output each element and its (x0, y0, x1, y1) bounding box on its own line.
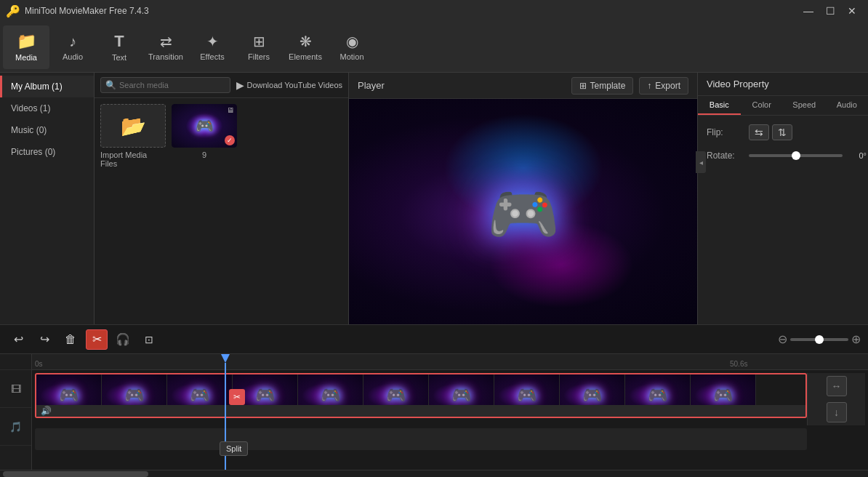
toolbar-item-elements[interactable]: ❋ Elements (282, 25, 329, 69)
motion-icon: ◉ (346, 33, 358, 50)
player-title: Player (358, 80, 385, 91)
split-scissors-icon: ✂ (229, 389, 245, 405)
frame-gamepad-7: 🎮 (451, 386, 471, 405)
prop-tab-basic[interactable]: Basic (698, 96, 741, 115)
gamepad-thumb-icon: 🎮 (196, 117, 214, 135)
elements-icon: ❋ (300, 33, 312, 50)
rotate-value: 0° (848, 151, 867, 160)
prop-tab-color[interactable]: Color (741, 96, 784, 115)
media-content: 🔍 ▶ Download YouTube Videos 📂 Import (95, 73, 348, 361)
sidebar-item-pictures[interactable]: Pictures (0) (0, 141, 94, 163)
search-input[interactable] (119, 81, 225, 89)
audio-track (35, 428, 807, 450)
flip-horizontal-button[interactable]: ⇆ (749, 124, 769, 140)
flip-buttons: ⇆ ⇅ (749, 124, 792, 140)
frame-gamepad-6: 🎮 (386, 386, 406, 405)
prop-tab-audio[interactable]: Audio (826, 96, 869, 115)
export-label: Export (655, 81, 680, 91)
frame-gamepad-8: 🎮 (517, 386, 537, 405)
sidebar-item-music[interactable]: Music (0) (0, 119, 94, 141)
video-clip[interactable]: 🎮 🎮 🎮 🎮 🎮 🎮 🎮 🎮 🎮 🎮 🎮 🔊 (35, 373, 807, 418)
delete-button[interactable]: 🗑 (60, 329, 81, 350)
download-yt-label: Download YouTube Videos (247, 81, 343, 89)
import-media-tile[interactable]: 📂 Import Media Files (100, 104, 166, 168)
toolbar-filters-label: Filters (248, 52, 270, 61)
scrollbar-thumb[interactable] (3, 471, 148, 477)
timeline-section: ↩ ↪ 🗑 ✂ 🎧 ⊡ ⊖ ⊕ 🎞 🎵 0s 50.6s (0, 324, 868, 477)
toolbar-item-media[interactable]: 📁 Media (3, 25, 49, 69)
property-panel-collapse[interactable]: ◂ (696, 151, 706, 173)
track-replace-button[interactable]: ↔ (827, 376, 847, 396)
split-tooltip-container: Split (220, 438, 248, 456)
toolbar-item-text[interactable]: T Text (96, 25, 142, 69)
redo-button[interactable]: ↪ (33, 329, 55, 350)
flip-label: Flip: (707, 127, 743, 137)
rotate-row: Rotate: 0° (707, 151, 859, 161)
export-button[interactable]: ↑ Export (639, 77, 688, 95)
timeline-main: 0s 50.6s 🎮 🎮 🎮 🎮 🎮 � (32, 354, 868, 470)
flip-row: Flip: ⇆ ⇅ (707, 124, 859, 140)
rotate-slider[interactable] (749, 154, 843, 157)
sidebar: My Album (1) Videos (1) Music (0) Pictur… (0, 73, 95, 361)
toolbar-elements-label: Elements (289, 52, 322, 61)
media-icon: 📁 (17, 32, 36, 51)
download-youtube-button[interactable]: ▶ Download YouTube Videos (236, 79, 343, 91)
right-panel: Video Property Basic Color Speed Audio F… (698, 73, 868, 361)
zoom-minus-icon: ⊖ (778, 332, 787, 346)
sidebar-item-videos[interactable]: Videos (1) (0, 97, 94, 119)
property-content: Flip: ⇆ ⇅ Rotate: 0° (698, 116, 868, 334)
track-labels: 🎞 🎵 (0, 354, 32, 470)
toolbar-item-transition[interactable]: ⇄ Transition (142, 25, 189, 69)
split-button[interactable]: ✂ (86, 329, 108, 350)
toolbar: 📁 Media ♪ Audio T Text ⇄ Transition ✦ Ef… (0, 22, 868, 73)
search-input-wrap[interactable]: 🔍 (100, 77, 230, 93)
prop-tab-speed[interactable]: Speed (783, 96, 826, 115)
undo-button[interactable]: ↩ (7, 329, 29, 350)
horizontal-scrollbar[interactable] (0, 470, 868, 477)
export-icon: ↑ (647, 81, 651, 91)
audio-track-side (807, 425, 865, 457)
titlebar-left: 🔑 MiniTool MovieMaker Free 7.4.3 (6, 4, 149, 18)
sidebar-my-album-label: My Album (1) (11, 81, 63, 92)
video-container: 🎮 (349, 99, 697, 330)
rotate-controls: 0° (749, 151, 867, 160)
media-grid: 📂 Import Media Files 🖥 🎮 ✓ (95, 98, 348, 174)
toolbar-item-effects[interactable]: ✦ Effects (189, 25, 236, 69)
sidebar-item-my-album[interactable]: My Album (1) (0, 76, 94, 97)
maximize-button[interactable]: ☐ (820, 4, 840, 18)
audio-track-label: 🎵 (0, 408, 31, 446)
toolbar-text-label: Text (112, 53, 126, 62)
video-track-icon: 🎞 (11, 383, 21, 395)
toolbar-media-label: Media (15, 53, 37, 62)
frame-gamepad-11: 🎮 (713, 386, 733, 405)
template-button[interactable]: ⊞ Template (571, 77, 634, 95)
sidebar-pictures-label: Pictures (0) (11, 147, 55, 157)
flip-vertical-button[interactable]: ⇅ (772, 124, 792, 140)
template-label: Template (590, 81, 626, 91)
monitor-icon: 🖥 (227, 106, 234, 114)
video-thumb-label: 9 (202, 151, 206, 159)
import-media-inner[interactable]: 📂 (100, 104, 166, 148)
track-audio-icon: 🔊 (41, 406, 52, 416)
zoom-slider[interactable] (790, 338, 848, 341)
rotate-label: Rotate: (707, 151, 743, 161)
media-section: My Album (1) Videos (1) Music (0) Pictur… (0, 73, 348, 361)
audio-detach-button[interactable]: 🎧 (112, 329, 134, 350)
close-button[interactable]: ✕ (842, 4, 862, 18)
video-thumb-inner[interactable]: 🖥 🎮 ✓ (172, 104, 237, 148)
split-indicator: ✂ (229, 374, 245, 405)
minimize-button[interactable]: — (798, 4, 819, 18)
toolbar-item-motion[interactable]: ◉ Motion (329, 25, 375, 69)
toolbar-item-audio[interactable]: ♪ Audio (49, 25, 96, 69)
zoom-controls: ⊖ ⊕ (778, 332, 861, 346)
video-thumb-tile[interactable]: 🖥 🎮 ✓ 9 (172, 104, 237, 168)
toolbar-item-filters[interactable]: ⊞ Filters (236, 25, 282, 69)
track-download-button[interactable]: ↓ (827, 402, 847, 422)
media-toolbar: 🔍 ▶ Download YouTube Videos (95, 73, 348, 98)
toolbar-effects-label: Effects (200, 52, 224, 61)
property-panel-title: Video Property (698, 73, 868, 96)
crop-button[interactable]: ⊡ (138, 329, 160, 350)
text-icon: T (114, 32, 124, 51)
app-title: MiniTool MovieMaker Free 7.4.3 (25, 6, 149, 16)
app-logo-icon: 🔑 (6, 4, 20, 18)
